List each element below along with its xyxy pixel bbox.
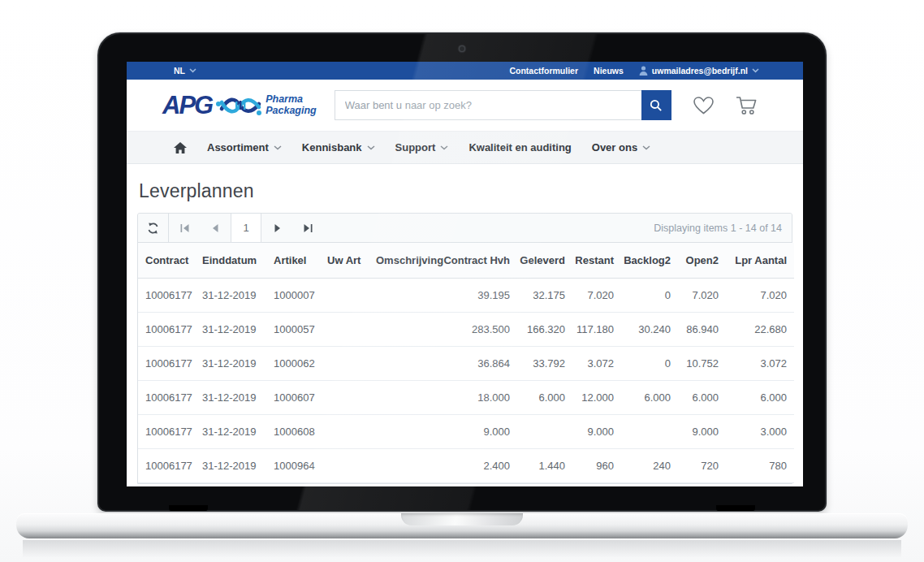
- language-selector[interactable]: NL: [174, 66, 196, 76]
- table-cell: 7.020: [572, 278, 621, 312]
- column-header-lpr-aantal[interactable]: Lpr Aantal: [726, 243, 794, 278]
- table-cell: 33.792: [517, 346, 572, 380]
- search-bar: [335, 90, 671, 120]
- table-cell: [369, 346, 438, 380]
- home-link[interactable]: [174, 142, 187, 153]
- table-cell: 31-12-2019: [195, 312, 266, 346]
- search-button[interactable]: [641, 90, 671, 120]
- table-cell: 10006177: [138, 346, 195, 380]
- table-cell: 31-12-2019: [195, 414, 266, 448]
- table-cell: 1.440: [517, 448, 572, 482]
- column-header-uw-art[interactable]: Uw Art: [320, 243, 369, 278]
- previous-page-button[interactable]: [200, 214, 231, 242]
- hinge-tab-left: [169, 505, 208, 511]
- dna-helix-logo-icon: [215, 92, 262, 119]
- column-header-restant[interactable]: Restant: [572, 243, 621, 278]
- first-page-button[interactable]: [169, 214, 200, 242]
- page-background: NL Contactformulier Nieuws uwmailadres@b…: [0, 0, 924, 562]
- table-cell: [369, 414, 438, 448]
- column-header-open2[interactable]: Open2: [678, 243, 726, 278]
- chevron-down-icon: [189, 68, 196, 73]
- table-cell: 720: [678, 448, 726, 482]
- news-link[interactable]: Nieuws: [594, 66, 624, 76]
- table-cell: 1000607: [266, 380, 320, 414]
- next-page-button[interactable]: [261, 214, 292, 242]
- company-logo[interactable]: APG Pharma Packaging: [162, 91, 317, 120]
- search-input[interactable]: [335, 90, 641, 120]
- column-header-contract-hvh[interactable]: Contract Hvh: [438, 243, 517, 278]
- wishlist-button[interactable]: [693, 96, 715, 115]
- table-cell: 0: [621, 346, 678, 380]
- news-label: Nieuws: [594, 66, 624, 76]
- last-page-button[interactable]: [292, 214, 323, 242]
- nav-item-support[interactable]: Support: [395, 141, 449, 153]
- table-cell: 32.175: [517, 278, 572, 312]
- chevron-down-icon: [642, 145, 650, 150]
- table-cell: [369, 312, 438, 346]
- table-cell: [369, 380, 438, 414]
- refresh-button[interactable]: [138, 214, 169, 242]
- table-cell: 10006177: [138, 380, 195, 414]
- table-cell: [320, 346, 369, 380]
- table-cell: 30.240: [621, 312, 678, 346]
- table-cell: 39.195: [438, 278, 517, 312]
- table-cell: 117.180: [572, 312, 621, 346]
- column-header-einddatum[interactable]: Einddatum: [195, 243, 266, 278]
- table-cell: 1000057: [266, 312, 320, 346]
- nav-item-label: Over ons: [592, 141, 637, 153]
- table-row: 1000617731-12-2019100006236.86433.7923.0…: [138, 346, 794, 380]
- laptop-reflection: [23, 540, 901, 558]
- cart-button[interactable]: [736, 95, 759, 115]
- contact-form-label: Contactformulier: [509, 66, 578, 76]
- table-cell: 1000007: [266, 278, 320, 312]
- page-content: Leverplannen: [127, 180, 803, 484]
- table-row: 1000617731-12-2019100060718.0006.00012.0…: [138, 380, 794, 414]
- table-cell: 31-12-2019: [195, 346, 266, 380]
- table-cell: 2.400: [438, 448, 517, 482]
- column-header-artikel[interactable]: Artikel: [266, 243, 320, 278]
- column-header-omschrijving[interactable]: Omschrijving: [369, 243, 438, 278]
- current-page-indicator[interactable]: 1: [231, 214, 261, 242]
- table-cell: 7.020: [678, 278, 726, 312]
- contact-form-link[interactable]: Contactformulier: [509, 66, 578, 76]
- table-cell: 960: [572, 448, 621, 482]
- nav-item-over-ons[interactable]: Over ons: [592, 141, 650, 153]
- account-email: uwmailadres@bedrijf.nl: [652, 66, 748, 76]
- table-cell: 9.000: [678, 414, 726, 448]
- nav-item-assortiment[interactable]: Assortiment: [207, 141, 282, 153]
- logo-tagline-line2: Packaging: [266, 106, 317, 117]
- table-cell: 10006177: [138, 312, 195, 346]
- table-cell: [621, 414, 678, 448]
- account-menu[interactable]: uwmailadres@bedrijf.nl: [639, 66, 759, 76]
- table-cell: 6.000: [678, 380, 726, 414]
- table-cell: 12.000: [572, 380, 621, 414]
- table-cell: [320, 278, 369, 312]
- table-cell: [320, 380, 369, 414]
- nav-item-label: Kennisbank: [302, 141, 362, 153]
- table-cell: 3.072: [726, 346, 794, 380]
- column-header-backlog2[interactable]: Backlog2: [621, 243, 678, 278]
- table-row: 1000617731-12-2019100000739.19532.1757.0…: [138, 278, 794, 312]
- site-header: APG Pharma Packaging: [127, 80, 803, 131]
- column-header-geleverd[interactable]: Geleverd: [517, 243, 572, 278]
- page-title: Leverplannen: [139, 180, 792, 202]
- table-cell: 166.320: [517, 312, 572, 346]
- nav-item-kennisbank[interactable]: Kennisbank: [302, 141, 375, 153]
- first-page-icon: [180, 224, 189, 232]
- nav-item-kwaliteit-en-auditing[interactable]: Kwaliteit en auditing: [468, 141, 571, 153]
- nav-item-label: Kwaliteit en auditing: [468, 141, 571, 153]
- table-header-row: ContractEinddatumArtikelUw ArtOmschrijvi…: [138, 243, 794, 278]
- laptop-base: [16, 513, 908, 538]
- heart-icon: [693, 96, 715, 115]
- table-cell: 36.864: [438, 346, 517, 380]
- column-header-contract[interactable]: Contract: [138, 243, 195, 278]
- table-row: 1000617731-12-201910009642.4001.44096024…: [138, 448, 794, 482]
- grid-toolbar: 1 Displaying items 1 - 14 of 14: [138, 214, 792, 243]
- language-label: NL: [174, 66, 185, 76]
- table-cell: 22.680: [726, 312, 794, 346]
- table-cell: [369, 278, 438, 312]
- main-navigation: Assortiment Kennisbank Support Kwaliteit…: [127, 131, 803, 164]
- table-cell: 3.072: [572, 346, 621, 380]
- logo-tagline-line1: Pharma: [266, 94, 317, 106]
- browser-viewport: NL Contactformulier Nieuws uwmailadres@b…: [127, 62, 803, 486]
